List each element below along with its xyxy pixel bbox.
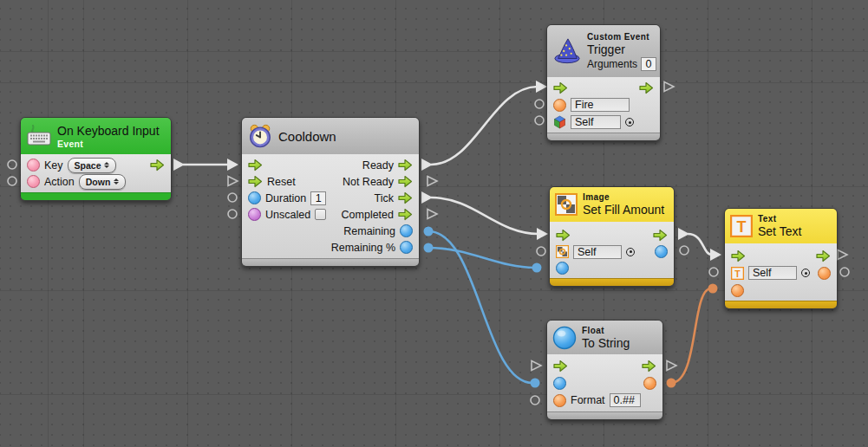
port-exec-out[interactable] (653, 229, 668, 242)
port-string-out[interactable] (643, 377, 656, 390)
target-self-input[interactable]: Self (573, 245, 622, 259)
edge-port-not-ready[interactable] (427, 177, 437, 186)
edge-port-settext-self[interactable] (709, 268, 718, 276)
port-event-name[interactable] (553, 99, 566, 112)
unscaled-checkbox[interactable] (315, 209, 326, 220)
node-image-set-fill-amount[interactable]: Image Set Fill Amount Self (549, 186, 675, 287)
node-cooldown[interactable]: Cooldown Ready Reset Not Ready (241, 117, 420, 267)
node-footer (550, 278, 674, 286)
port-exec-out[interactable] (150, 159, 165, 172)
port-reset-in[interactable] (248, 175, 263, 188)
port-exec-in[interactable] (731, 249, 746, 262)
node-kicker: Custom Event (587, 32, 656, 42)
edge-port-completed[interactable] (427, 210, 437, 219)
wire-string-tostring-to-settext[interactable] (667, 284, 718, 388)
node-header[interactable]: T Text Set Text (725, 209, 837, 243)
format-input[interactable]: 0.## (610, 393, 641, 407)
port-action[interactable] (27, 175, 40, 188)
node-text-set-text[interactable]: T Text Set Text T Self (724, 208, 838, 309)
node-custom-event-trigger[interactable]: Custom Event Trigger Arguments 0 Fire (546, 24, 661, 141)
port-remaining-out[interactable] (400, 224, 413, 237)
node-footer (21, 192, 171, 200)
wire-exec-tick-to-image[interactable] (421, 191, 548, 240)
port-completed-out[interactable] (398, 208, 413, 221)
port-remaining-pct-out[interactable] (400, 241, 413, 254)
port-exec-in[interactable] (553, 81, 568, 94)
node-kicker: Image (583, 192, 664, 202)
text-target-port-icon[interactable]: T (731, 267, 744, 280)
port-exec-out[interactable] (642, 360, 656, 372)
target-self-input[interactable]: Self (571, 115, 621, 129)
port-exec-in[interactable] (248, 159, 263, 172)
port-label-remaining-pct: Remaining % (331, 242, 395, 254)
port-label-format: Format (571, 394, 605, 406)
port-exec-out[interactable] (816, 249, 831, 262)
wire-float-remainingpct-to-image[interactable] (424, 243, 542, 273)
edge-port-settext-out[interactable] (840, 268, 849, 276)
node-on-keyboard-input[interactable]: On Keyboard Input Event Key Space (20, 117, 172, 201)
port-result-out[interactable] (655, 245, 668, 258)
node-title: Cooldown (278, 129, 336, 144)
node-header[interactable]: Custom Event Trigger Arguments 0 (547, 25, 660, 77)
port-unscaled[interactable] (248, 208, 261, 221)
node-title: On Keyboard Input (57, 124, 160, 138)
edge-port-format[interactable] (531, 396, 539, 405)
node-header[interactable]: Image Set Fill Amount (550, 187, 674, 222)
edge-port-image-out[interactable] (680, 246, 689, 255)
image-target-port-icon[interactable] (556, 245, 569, 258)
edge-port-trigger-self[interactable] (535, 116, 544, 125)
port-label-remaining: Remaining (343, 225, 395, 237)
port-label-unscaled: Unscaled (265, 209, 310, 221)
port-value-in[interactable] (553, 377, 566, 390)
edge-port-tostring-exec-in[interactable] (532, 361, 541, 371)
target-icon[interactable] (626, 248, 635, 256)
port-format[interactable] (553, 394, 566, 407)
graph-canvas[interactable]: On Keyboard Input Event Key Space (0, 0, 868, 447)
port-result-out[interactable] (818, 267, 831, 280)
edge-port-duration[interactable] (228, 193, 237, 202)
action-dropdown[interactable]: Down (79, 174, 127, 190)
port-not-ready-out[interactable] (398, 175, 413, 188)
port-exec-in[interactable] (553, 360, 568, 372)
wizard-hat-icon (552, 37, 582, 65)
wire-exec-image-to-settext[interactable] (678, 228, 721, 261)
key-dropdown-value: Space (75, 160, 101, 171)
target-icon[interactable] (625, 118, 634, 126)
port-value-in[interactable] (731, 284, 744, 297)
edge-port-trigger-exec-out[interactable] (664, 82, 674, 92)
port-ready-out[interactable] (398, 159, 413, 172)
node-float-to-string[interactable]: Float To String Format 0.## (546, 320, 663, 420)
node-header[interactable]: Float To String (547, 321, 662, 354)
edge-port-reset[interactable] (228, 177, 238, 186)
port-tick-out[interactable] (398, 191, 413, 204)
wire-exec-ready-to-trigger[interactable] (421, 81, 547, 171)
target-icon[interactable] (801, 269, 810, 277)
gameobject-cube-icon[interactable] (553, 115, 566, 129)
keyboard-icon (26, 125, 52, 147)
port-key[interactable] (27, 159, 40, 172)
target-self-input[interactable]: Self (748, 266, 797, 280)
arguments-input[interactable]: 0 (641, 57, 656, 71)
event-name-input[interactable]: Fire (571, 98, 630, 112)
edge-port-key[interactable] (8, 160, 16, 169)
node-header[interactable]: Cooldown (242, 118, 419, 154)
port-amount-in[interactable] (556, 262, 569, 275)
port-exec-in[interactable] (556, 229, 571, 242)
node-footer (242, 258, 419, 266)
edge-port-settext-exec-out[interactable] (838, 250, 847, 260)
port-label-key: Key (44, 159, 63, 172)
wire-exec-keyboard-to-cooldown[interactable] (173, 159, 238, 171)
edge-port-action[interactable] (8, 177, 16, 185)
duration-input[interactable]: 1 (310, 191, 326, 205)
key-dropdown[interactable]: Space (68, 158, 117, 173)
edge-port-image-self[interactable] (537, 247, 545, 256)
edge-port-tostring-exec-out[interactable] (667, 361, 676, 371)
node-header[interactable]: On Keyboard Input Event (21, 118, 171, 154)
svg-text:T: T (734, 268, 741, 278)
port-duration[interactable] (248, 191, 261, 204)
wire-float-remaining-to-tostring[interactable] (424, 227, 540, 388)
port-exec-out[interactable] (639, 81, 654, 94)
edge-port-unscaled[interactable] (228, 210, 237, 218)
edge-port-fire[interactable] (535, 100, 544, 108)
svg-text:T: T (737, 218, 747, 236)
